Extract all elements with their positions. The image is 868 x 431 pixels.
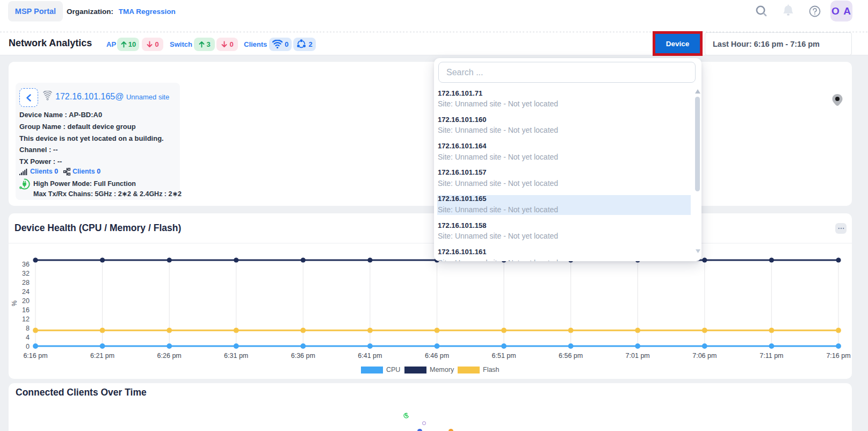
svg-text:7:06 pm: 7:06 pm <box>692 352 717 360</box>
svg-text:24: 24 <box>22 288 30 296</box>
svg-text:6:36 pm: 6:36 pm <box>291 352 315 360</box>
svg-text:20: 20 <box>22 297 30 305</box>
svg-text:6:51 pm: 6:51 pm <box>492 352 516 360</box>
svg-text:32: 32 <box>22 270 30 277</box>
svg-text:8: 8 <box>26 325 30 332</box>
svg-text:7:01 pm: 7:01 pm <box>626 352 650 360</box>
svg-text:36: 36 <box>22 261 30 268</box>
svg-text:6:26 pm: 6:26 pm <box>157 352 182 360</box>
svg-text:6:46 pm: 6:46 pm <box>425 352 449 360</box>
svg-text:6:16 pm: 6:16 pm <box>23 352 47 360</box>
svg-text:7:16 pm: 7:16 pm <box>826 352 850 360</box>
svg-text:6:56 pm: 6:56 pm <box>559 352 583 360</box>
svg-text:0: 0 <box>26 343 30 350</box>
svg-text:6:41 pm: 6:41 pm <box>358 352 382 360</box>
svg-text:6:21 pm: 6:21 pm <box>90 352 114 360</box>
svg-text:7:11 pm: 7:11 pm <box>760 352 783 360</box>
svg-text:28: 28 <box>22 279 30 286</box>
svg-text:16: 16 <box>22 306 30 314</box>
svg-text:%: % <box>11 300 19 306</box>
svg-text:6:31 pm: 6:31 pm <box>224 352 248 360</box>
svg-text:12: 12 <box>22 315 30 323</box>
svg-text:4: 4 <box>26 334 30 341</box>
